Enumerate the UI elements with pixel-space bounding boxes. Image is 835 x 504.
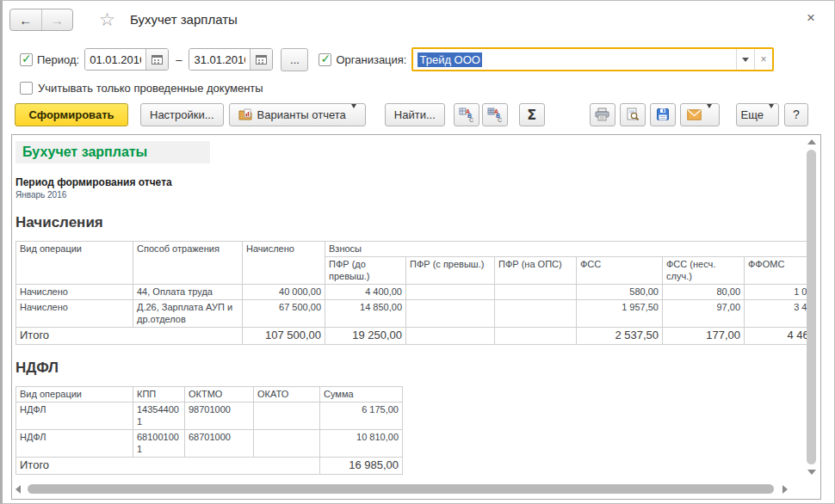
period-more-button[interactable]: ... [281, 48, 308, 71]
expand-groups-button[interactable]: А В С [454, 103, 479, 126]
forward-arrow-icon: → [51, 13, 64, 28]
date-to-calendar-button[interactable] [250, 49, 272, 70]
column-header: Начислено [243, 242, 325, 285]
svg-text:С: С [498, 117, 502, 122]
ndfl-table: Вид операции КПП ОКТМО ОКАТО Сумма НДФЛ … [15, 386, 403, 475]
scroll-right-icon[interactable] [782, 485, 788, 494]
organization-label: Организация: [336, 53, 406, 66]
column-header: ОКАТО [254, 387, 320, 403]
save-button[interactable] [650, 103, 676, 126]
column-header: ФСС (несч. случ.) [663, 257, 745, 285]
close-icon[interactable]: × [807, 9, 815, 27]
scroll-down-icon[interactable] [807, 470, 816, 475]
period-label: Период: [37, 53, 79, 66]
column-header: Способ отражения [133, 242, 243, 285]
cell-sum: 10 810,00 [320, 430, 403, 458]
cell-pfr-ops [495, 300, 577, 328]
horizontal-scrollbar[interactable] [15, 483, 788, 495]
period-checkbox[interactable] [20, 53, 33, 66]
table-header-row: Вид операции Способ отражения Начислено … [16, 242, 808, 257]
cell-sum: 6 175,00 [320, 403, 403, 430]
calendar-icon [152, 55, 163, 65]
print-button[interactable] [590, 103, 615, 126]
organization-value[interactable]: Трейд ООО [413, 49, 736, 70]
chevron-down-icon [769, 108, 774, 121]
column-header: ПФР (с превыш.) [406, 257, 495, 285]
autosum-button[interactable]: Σ [519, 103, 545, 126]
report-content: Бухучет зарплаты Период формирования отч… [15, 138, 807, 481]
page-title: Бухучет зарплаты [130, 12, 238, 27]
cell-operation: Начислено [16, 285, 133, 300]
titlebar: ← → ☆ Бухучет зарплаты × [3, 1, 834, 40]
cell-operation: Начислено [16, 300, 133, 328]
cell-fss: 2 537,50 [577, 328, 663, 345]
column-header: Вид операции [16, 387, 133, 403]
expand-groups-icon: А В С [459, 108, 473, 122]
table-row: Начислено 44, Оплата труда 40 000,00 4 4… [16, 285, 808, 300]
cell-kpp: 143544001 [133, 403, 185, 430]
cell-pfr-above [406, 328, 495, 345]
vertical-scrollbar[interactable] [805, 139, 818, 475]
send-mail-button[interactable] [680, 103, 720, 126]
cell-pfr-above [406, 285, 495, 300]
find-button[interactable]: Найти... [385, 103, 445, 126]
scroll-up-icon[interactable] [807, 139, 816, 144]
vertical-scroll-thumb[interactable] [807, 150, 816, 464]
report-period-value: Январь 2016 [15, 190, 807, 200]
back-arrow-icon: ← [19, 13, 32, 28]
cell-accrued: 40 000,00 [243, 285, 325, 300]
cell-ffoms: 1 020,00 [745, 285, 808, 300]
table-row: НДФЛ 681001001 68701000 10 810,00 [16, 430, 403, 458]
column-header: ФФОМС [745, 257, 808, 285]
cell-pfr-below: 19 250,00 [325, 328, 406, 345]
cell-fss-acc: 80,00 [663, 285, 745, 300]
cell-pfr-below: 14 850,00 [325, 300, 406, 328]
preview-button[interactable] [620, 103, 646, 126]
report-period-caption: Период формирования отчета [15, 176, 807, 188]
horizontal-scroll-thumb[interactable] [28, 484, 774, 494]
date-to-field [189, 48, 273, 71]
organization-dropdown-button[interactable] [736, 49, 754, 70]
help-button[interactable]: ? [784, 103, 808, 126]
cell-kpp: 681001001 [133, 430, 185, 458]
cell-fss-acc: 97,00 [663, 300, 745, 328]
cell-fss: 580,00 [577, 285, 663, 300]
column-header: ПФР (на ОПС) [495, 257, 577, 285]
printer-icon [595, 108, 609, 121]
report-variants-button[interactable]: Варианты отчета [229, 103, 366, 126]
table-header-row: Вид операции КПП ОКТМО ОКАТО Сумма [16, 387, 403, 403]
column-header: ОКТМО [185, 387, 254, 403]
column-header: ПФР (до превыш.) [325, 257, 406, 285]
scroll-left-icon[interactable] [15, 485, 21, 494]
accruals-table: Вид операции Способ отражения Начислено … [15, 241, 807, 345]
column-header-group: Взносы [325, 242, 808, 257]
organization-clear-button[interactable]: × [754, 49, 772, 70]
forward-button[interactable]: → [42, 9, 73, 30]
date-from-calendar-button[interactable] [145, 49, 168, 70]
cell-pfr-ops [495, 328, 577, 345]
settings-button[interactable]: Настройки... [140, 103, 224, 126]
column-header: ФСС [577, 257, 663, 285]
report-title-strip: Бухучет зарплаты [15, 141, 210, 163]
cell-okato [254, 430, 320, 458]
generate-button[interactable]: Сформировать [15, 103, 128, 126]
cell-fss-acc: 177,00 [663, 328, 745, 345]
section-heading-ndfl: НДФЛ [15, 360, 807, 377]
organization-combo[interactable]: Трейд ООО × [411, 47, 774, 71]
posted-only-checkbox[interactable] [20, 82, 33, 95]
cell-sum: 16 985,00 [320, 458, 403, 475]
posted-only-label: Учитывать только проведенные документы [38, 82, 263, 95]
cell-accrued: 67 500,00 [243, 300, 325, 328]
date-to-input[interactable] [189, 49, 250, 70]
collapse-groups-button[interactable]: А В С [482, 103, 508, 126]
calendar-icon [256, 55, 267, 65]
nav-buttons: ← → [9, 9, 73, 31]
back-button[interactable]: ← [10, 9, 42, 30]
cell-total-label: Итого [16, 458, 320, 475]
more-button[interactable]: Еще [736, 103, 779, 126]
report-area: Бухучет зарплаты Период формирования отч… [11, 134, 821, 500]
cell-oktmo: 98701000 [185, 403, 254, 430]
organization-checkbox[interactable] [319, 53, 331, 66]
favorite-star-icon[interactable]: ☆ [99, 9, 115, 30]
date-from-input[interactable] [85, 49, 145, 70]
